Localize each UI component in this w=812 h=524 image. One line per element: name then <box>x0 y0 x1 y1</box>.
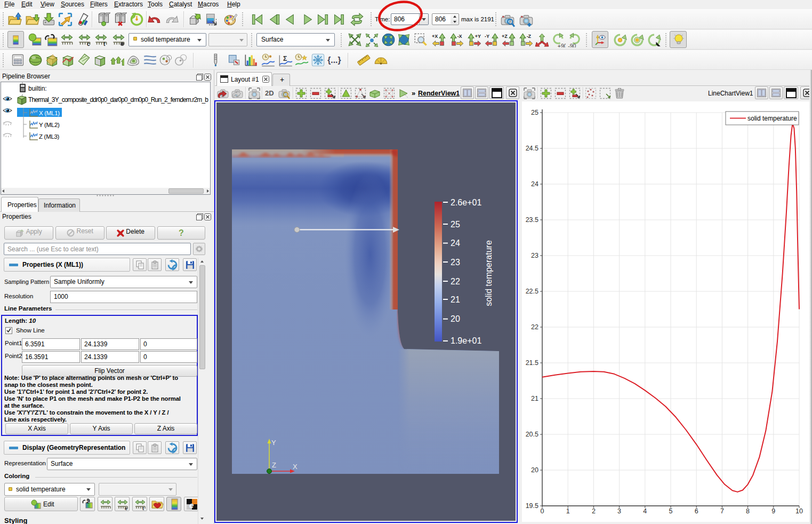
svg-text:4: 4 <box>643 507 647 515</box>
svg-text:c: c <box>87 41 90 47</box>
svg-text:19.5: 19.5 <box>526 502 538 510</box>
svg-text:+Y: +Y <box>475 34 481 39</box>
svg-text:Z (ML3): Z (ML3) <box>39 133 60 140</box>
svg-text:-Y: -Y <box>485 34 489 39</box>
svg-text:2: 2 <box>86 499 89 504</box>
svg-text:solid temperature: solid temperature <box>484 240 493 306</box>
svg-text:builtin:: builtin: <box>28 85 47 92</box>
svg-text:1: 1 <box>566 507 570 515</box>
svg-text:1.9e+01: 1.9e+01 <box>451 336 481 345</box>
svg-text:22.5: 22.5 <box>526 288 538 295</box>
svg-text:9: 9 <box>771 507 775 515</box>
svg-text:{...}: {...} <box>327 55 341 65</box>
svg-text:21: 21 <box>531 395 538 402</box>
svg-text:20.5: 20.5 <box>526 431 538 438</box>
svg-text:21.5: 21.5 <box>526 359 538 367</box>
svg-text:2: 2 <box>592 507 596 515</box>
svg-text:-Z: -Z <box>527 34 532 39</box>
svg-text:6: 6 <box>695 507 698 515</box>
svg-text:22: 22 <box>451 277 460 286</box>
svg-text:25: 25 <box>531 109 538 116</box>
svg-text:3: 3 <box>617 507 621 515</box>
svg-text:X: X <box>293 463 298 471</box>
svg-text:+90: +90 <box>558 43 566 47</box>
svg-text:24: 24 <box>451 239 460 248</box>
svg-text:24: 24 <box>531 180 538 188</box>
svg-text:23.5: 23.5 <box>526 216 538 224</box>
svg-text:7: 7 <box>720 507 724 515</box>
svg-text:21: 21 <box>451 295 460 304</box>
svg-text:0: 0 <box>541 507 544 515</box>
svg-text:Σ: Σ <box>283 55 287 62</box>
svg-text:Y: Y <box>271 439 276 447</box>
svg-text:t: t <box>142 506 144 511</box>
svg-text:22: 22 <box>531 323 538 331</box>
svg-text:20: 20 <box>451 314 460 323</box>
svg-text:8: 8 <box>746 507 750 515</box>
svg-text:e: e <box>125 506 127 511</box>
svg-text:X (ML1): X (ML1) <box>39 110 60 116</box>
svg-text:Y (ML2): Y (ML2) <box>39 122 60 128</box>
svg-text:10: 10 <box>795 507 803 515</box>
svg-text:-90: -90 <box>568 43 576 47</box>
svg-text:Z: Z <box>272 461 276 469</box>
svg-text:5: 5 <box>669 507 673 515</box>
svg-text:23: 23 <box>531 252 538 259</box>
svg-text:20: 20 <box>531 466 538 474</box>
svg-text:Thermal_3Y_composite_ddr0p0_da: Thermal_3Y_composite_ddr0p0_dar0p0_dm0p0… <box>28 96 208 104</box>
svg-text:25: 25 <box>451 220 460 229</box>
svg-text:e: e <box>189 501 194 510</box>
svg-text:+Z: +Z <box>502 34 508 39</box>
svg-text:+X: +X <box>432 34 438 39</box>
svg-text:24.5: 24.5 <box>526 145 538 152</box>
svg-text:23: 23 <box>451 258 460 267</box>
svg-text:solid temperature: solid temperature <box>747 115 797 122</box>
svg-text:-X: -X <box>457 34 462 39</box>
svg-text:2.6e+01: 2.6e+01 <box>451 198 481 207</box>
